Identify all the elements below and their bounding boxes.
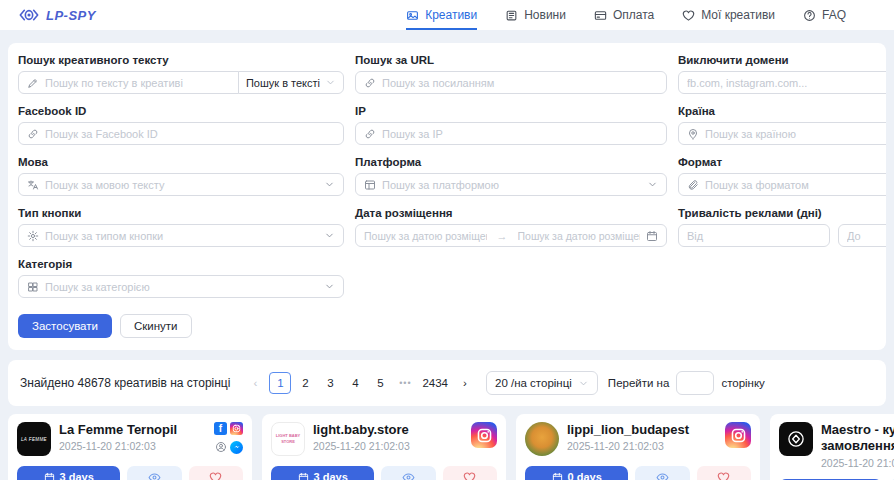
field-label: Тривалість реклами (дні) — [678, 207, 886, 219]
app-header: LP-SPY Креативи Новини Оплата Мої креати… — [0, 0, 894, 30]
chevron-down-icon — [578, 378, 589, 389]
favorite-button[interactable] — [189, 466, 243, 480]
mode-select-value: Пошук в тексті — [246, 77, 320, 89]
language-select[interactable]: Пошук за мовою тексту — [18, 173, 344, 196]
creatives-row: LA FEMME La Femme Ternopil 2025-11-20 21… — [0, 414, 894, 480]
field-label: Facebook ID — [18, 105, 344, 117]
nav-label: Креативи — [425, 8, 477, 22]
ip-input[interactable] — [382, 128, 658, 140]
page-size-select[interactable]: 20 /на сторінці — [486, 371, 598, 395]
pagination: ‹ 1 2 3 4 5 ••• 2434 › — [244, 372, 476, 394]
calendar-icon — [298, 472, 309, 480]
creative-card[interactable]: LA FEMME La Femme Ternopil 2025-11-20 21… — [8, 414, 252, 480]
messenger-icon[interactable] — [230, 441, 243, 454]
field-label: Країна — [678, 105, 886, 117]
exclude-domains-input[interactable] — [687, 77, 886, 89]
field-label: Пошук креативного тексту — [18, 54, 344, 66]
avatar: LA FEMME — [17, 422, 51, 456]
filter-language: Мова Пошук за мовою тексту — [18, 156, 344, 196]
grid-icon — [27, 281, 39, 293]
preview-button[interactable] — [381, 466, 435, 480]
question-icon — [803, 9, 816, 22]
preview-button[interactable] — [127, 466, 181, 480]
field-label: Категорія — [18, 258, 344, 270]
instagram-icon[interactable] — [230, 422, 243, 435]
facebook-icon[interactable]: f — [214, 422, 227, 435]
pagination-page-1[interactable]: 1 — [269, 372, 291, 394]
select-placeholder: Пошук за типом кнопки — [45, 230, 318, 242]
pagination-next[interactable]: › — [454, 372, 476, 394]
chevron-down-icon — [324, 281, 335, 292]
field-label: IP — [355, 105, 667, 117]
button-type-select[interactable]: Пошук за типом кнопки — [18, 224, 344, 247]
card-title: lippi_lion_budapest — [567, 422, 689, 438]
days-button[interactable]: 0 days — [525, 466, 628, 480]
duration-from-input[interactable] — [687, 230, 821, 242]
goto-suffix: сторінку — [721, 377, 765, 389]
instagram-icon[interactable] — [725, 422, 751, 448]
nav-label: Оплата — [613, 8, 654, 22]
network-icons — [471, 422, 497, 456]
window-icon — [364, 179, 376, 191]
date-from-placeholder: Пошук за датою розміщення — [364, 230, 487, 242]
creative-card[interactable]: lippi_lion_budapest 2025-11-20 21:02:03 … — [516, 414, 760, 480]
field-label: Виключити домени — [678, 54, 886, 66]
nav-item-faq[interactable]: FAQ — [803, 0, 846, 30]
brand-logo[interactable]: LP-SPY — [18, 7, 96, 23]
favorite-button[interactable] — [697, 466, 751, 480]
profile-icon[interactable] — [214, 441, 227, 454]
creative-text-input[interactable] — [45, 77, 230, 89]
instagram-icon[interactable] — [471, 422, 497, 448]
translate-icon — [27, 179, 39, 191]
network-icons — [725, 422, 751, 456]
logo-eye-icon — [18, 7, 40, 23]
duration-to-input[interactable] — [847, 230, 886, 242]
nav-item-news[interactable]: Новини — [505, 0, 566, 30]
filter-country: Країна — [678, 105, 886, 145]
reset-button[interactable]: Скинути — [120, 314, 192, 338]
page-size-value: 20 /на сторінці — [495, 377, 572, 389]
filter-url: Пошук за URL — [355, 54, 667, 94]
nav-item-payment[interactable]: Оплата — [594, 0, 654, 30]
category-select[interactable]: Пошук за категорією — [18, 275, 344, 298]
format-input[interactable] — [705, 179, 886, 191]
pagination-page-4[interactable]: 4 — [344, 372, 366, 394]
text-search-mode-select[interactable]: Пошук в тексті — [238, 71, 344, 94]
results-summary: Знайдено 48678 креативів на сторінці — [20, 376, 230, 390]
date-range-picker[interactable]: Пошук за датою розміщення → Пошук за дат… — [355, 224, 667, 247]
platform-select[interactable]: Пошук за платформою — [355, 173, 667, 196]
filter-format: Формат — [678, 156, 886, 196]
results-bar: Знайдено 48678 креативів на сторінці ‹ 1… — [8, 360, 886, 406]
pagination-last-page[interactable]: 2434 — [419, 372, 451, 394]
pagination-page-3[interactable]: 3 — [319, 372, 341, 394]
select-placeholder: Пошук за категорією — [45, 281, 318, 293]
creative-card[interactable]: Maestro - кухні, ме замовлення в Ужго 20… — [770, 414, 894, 480]
facebook-id-input[interactable] — [45, 128, 335, 140]
heart-icon — [209, 471, 222, 480]
heart-icon — [717, 471, 730, 480]
nav-item-creatives[interactable]: Креативи — [406, 0, 477, 30]
creative-card[interactable]: LIGHT BABY STORE light.baby.store 2025-1… — [262, 414, 506, 480]
heart-icon — [463, 471, 476, 480]
news-icon — [505, 9, 518, 22]
card-date: 2025-11-20 21:02:03 — [59, 440, 177, 452]
goto-page-input[interactable] — [676, 371, 714, 395]
pagination-page-2[interactable]: 2 — [294, 372, 316, 394]
avatar — [779, 422, 813, 456]
network-icons: f — [214, 422, 243, 456]
field-label: Пошук за URL — [355, 54, 667, 66]
filter-ip: IP — [355, 105, 667, 145]
country-input[interactable] — [705, 128, 886, 140]
avatar: LIGHT BABY STORE — [271, 422, 305, 456]
days-button[interactable]: 3 days — [17, 466, 120, 480]
filter-category: Категорія Пошук за категорією — [18, 258, 344, 298]
preview-button[interactable] — [635, 466, 689, 480]
pagination-prev[interactable]: ‹ — [244, 372, 266, 394]
url-input[interactable] — [382, 77, 658, 89]
favorite-button[interactable] — [443, 466, 497, 480]
nav-item-my-creatives[interactable]: Мої креативи — [682, 0, 775, 30]
days-button[interactable]: 3 days — [271, 466, 374, 480]
nav-label: Мої креативи — [701, 8, 775, 22]
pagination-page-5[interactable]: 5 — [369, 372, 391, 394]
apply-button[interactable]: Застосувати — [18, 314, 112, 338]
